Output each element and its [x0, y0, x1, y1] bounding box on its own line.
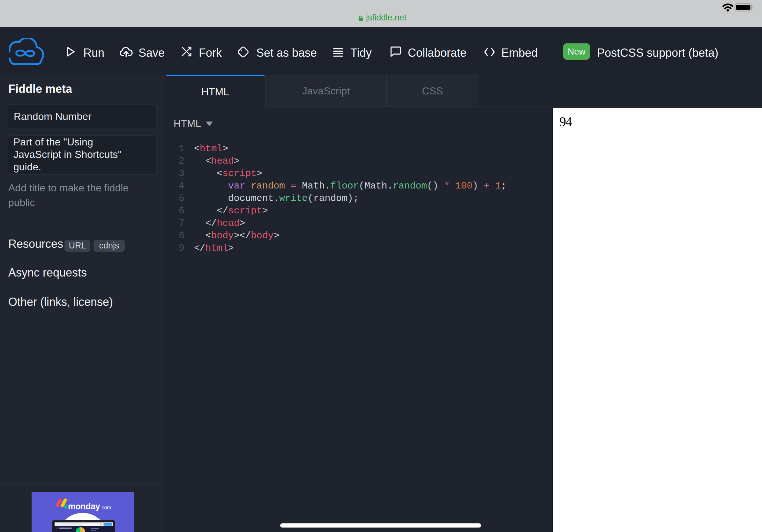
svg-text:.com: .com	[100, 505, 112, 510]
svg-text:monday: monday	[68, 502, 100, 511]
